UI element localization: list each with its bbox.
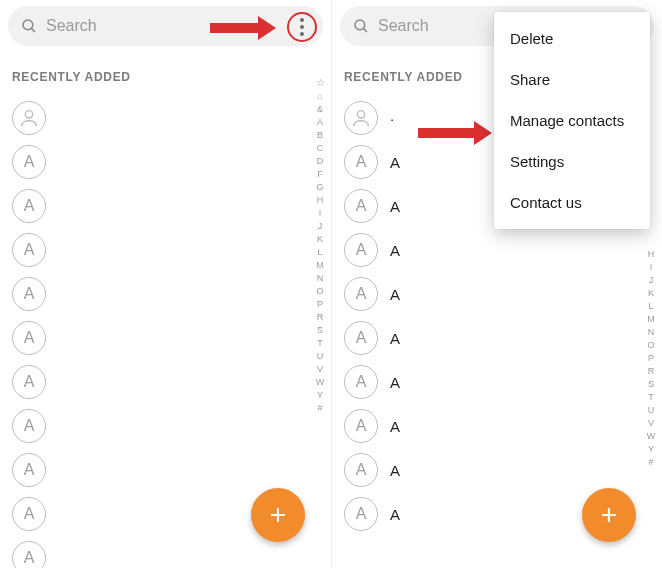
add-contact-fab[interactable]: + [251,488,305,542]
list-item[interactable]: A [0,184,311,228]
overflow-menu: Delete Share Manage contacts Settings Co… [494,12,650,229]
index-char[interactable]: M [316,261,324,270]
index-char[interactable]: U [648,406,655,415]
search-bar-left[interactable]: Search [8,6,323,46]
index-char[interactable]: N [648,328,655,337]
plus-icon: + [601,501,617,529]
index-char[interactable]: K [317,235,323,244]
list-item[interactable]: A [0,536,311,568]
search-icon [352,17,370,35]
index-char[interactable]: O [647,341,654,350]
avatar-letter: A [12,497,46,531]
index-char[interactable]: C [317,144,324,153]
index-char[interactable]: S [648,380,654,389]
svg-line-4 [363,28,367,32]
avatar-letter: A [344,497,378,531]
search-icon [20,17,38,35]
list-item[interactable]: A [0,272,311,316]
avatar-letter: A [12,453,46,487]
avatar-letter: A [12,145,46,179]
index-char[interactable]: V [317,365,323,374]
index-char[interactable]: W [316,378,325,387]
index-scroll-left[interactable]: ☆ ⌂ & A B C D F G H I J K L M N O P R S … [313,78,327,558]
index-char[interactable]: N [317,274,324,283]
index-char[interactable]: L [317,248,322,257]
index-char[interactable]: T [317,339,323,348]
index-char[interactable]: ⌂ [317,92,322,101]
index-char[interactable]: A [317,118,323,127]
contact-name: · [390,110,394,127]
index-char[interactable]: P [648,354,654,363]
pane-right: Search RECENTLY ADDED · AA AA AA AA AA A… [331,0,662,568]
avatar-letter: A [344,189,378,223]
index-char[interactable]: L [648,302,653,311]
index-char[interactable]: J [649,276,654,285]
menu-item-delete[interactable]: Delete [494,18,650,59]
avatar-placeholder-icon [344,101,378,135]
list-item[interactable]: A [0,360,311,404]
section-header: RECENTLY ADDED [0,52,331,94]
menu-item-settings[interactable]: Settings [494,141,650,182]
plus-icon: + [270,501,286,529]
avatar-placeholder-icon [12,101,46,135]
contact-name: A [390,374,400,391]
index-char[interactable]: D [317,157,324,166]
menu-item-share[interactable]: Share [494,59,650,100]
index-char[interactable]: I [650,263,653,272]
menu-item-contact-us[interactable]: Contact us [494,182,650,223]
index-char[interactable]: Y [648,445,654,454]
index-char[interactable]: R [317,313,324,322]
list-item[interactable]: A [0,140,311,184]
index-char[interactable]: & [317,105,323,114]
index-char[interactable]: W [647,432,656,441]
index-char[interactable]: P [317,300,323,309]
svg-point-5 [357,111,364,118]
list-item[interactable]: AA [332,316,642,360]
index-char[interactable]: M [647,315,655,324]
more-vert-icon [300,18,304,36]
contact-name: A [390,198,400,215]
list-item[interactable]: AA [332,448,642,492]
svg-line-1 [31,28,35,32]
index-scroll-right[interactable]: H I J K L M N O P R S T U V W Y # [644,250,658,558]
list-item[interactable]: AA [332,272,642,316]
index-char[interactable]: G [316,183,323,192]
index-char[interactable]: O [316,287,323,296]
index-char[interactable]: ☆ [316,78,325,88]
svg-point-0 [23,20,33,30]
avatar-letter: A [12,365,46,399]
list-item[interactable]: AA [332,360,642,404]
index-char[interactable]: S [317,326,323,335]
menu-item-manage-contacts[interactable]: Manage contacts [494,100,650,141]
add-contact-fab[interactable]: + [582,488,636,542]
index-char[interactable]: T [648,393,654,402]
index-char[interactable]: # [648,458,653,467]
svg-point-3 [355,20,365,30]
list-item[interactable]: A [0,404,311,448]
index-char[interactable]: V [648,419,654,428]
index-char[interactable]: H [317,196,324,205]
index-char[interactable]: K [648,289,654,298]
index-char[interactable]: F [317,170,323,179]
list-item[interactable]: AA [332,404,642,448]
avatar-letter: A [12,189,46,223]
avatar-letter: A [12,321,46,355]
avatar-letter: A [12,233,46,267]
list-item[interactable]: A [0,228,311,272]
list-item[interactable]: A [0,448,311,492]
index-char[interactable]: Y [317,391,323,400]
index-char[interactable]: R [648,367,655,376]
list-item[interactable] [0,96,311,140]
avatar-letter: A [344,321,378,355]
index-char[interactable]: J [318,222,323,231]
index-char[interactable]: U [317,352,324,361]
index-char[interactable]: H [648,250,655,259]
index-char[interactable]: B [317,131,323,140]
contact-name: A [390,242,400,259]
list-item[interactable]: A [0,316,311,360]
index-char[interactable]: # [317,404,322,413]
overflow-menu-button[interactable] [287,12,317,42]
list-item[interactable]: AA [332,228,642,272]
avatar-letter: A [12,409,46,443]
index-char[interactable]: I [319,209,322,218]
